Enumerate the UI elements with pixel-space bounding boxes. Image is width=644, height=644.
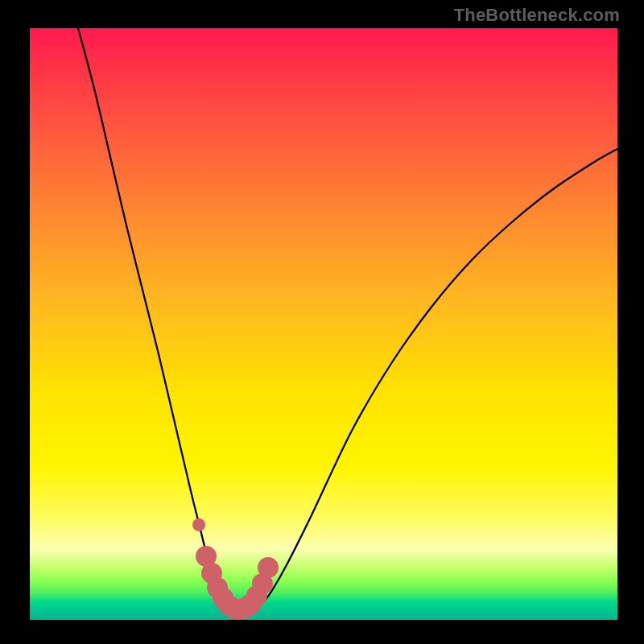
bottleneck-curve bbox=[78, 28, 617, 610]
marker-dot bbox=[192, 518, 205, 531]
chart-svg bbox=[30, 28, 617, 620]
curve-markers bbox=[192, 518, 279, 620]
chart-frame: TheBottleneck.com bbox=[0, 0, 644, 644]
marker-band-point bbox=[258, 557, 279, 578]
watermark-text: TheBottleneck.com bbox=[454, 5, 620, 26]
plot-area bbox=[30, 28, 617, 620]
